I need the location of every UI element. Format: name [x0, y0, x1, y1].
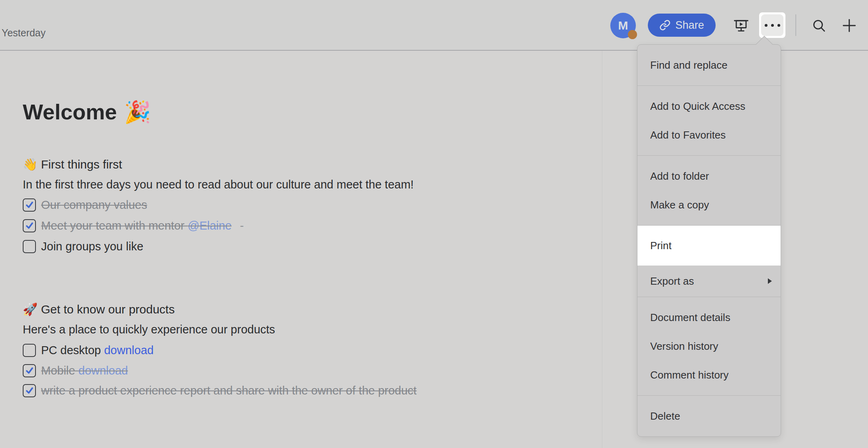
- menu-item-version-history[interactable]: Version history: [637, 332, 781, 361]
- menu-group: Find and replace: [637, 45, 781, 85]
- todo-label: PC desktop download: [41, 344, 154, 357]
- presentation-play-icon: [733, 18, 749, 34]
- checkmark-icon: [25, 386, 34, 395]
- share-button[interactable]: Share: [648, 14, 716, 37]
- checkmark-icon: [25, 366, 34, 375]
- search-button[interactable]: [811, 18, 827, 33]
- plus-icon: [842, 18, 857, 33]
- menu-group: Add to folder Make a copy: [637, 155, 781, 225]
- doc-title: Welcome 🎉: [23, 97, 151, 127]
- menu-item-comment-history[interactable]: Comment history: [637, 361, 781, 389]
- party-popper-emoji: 🎉: [124, 97, 151, 127]
- menu-item-export-as[interactable]: Export as: [637, 266, 781, 297]
- menu-item-make-a-copy[interactable]: Make a copy: [637, 190, 781, 219]
- todo-item: Join groups you like: [23, 238, 143, 255]
- rocket-emoji: 🚀: [23, 303, 37, 316]
- checkbox-checked[interactable]: [23, 364, 36, 377]
- more-options-menu: Find and replace Add to Quick Access Add…: [637, 44, 781, 437]
- app-window: Yesterday M Share: [0, 0, 868, 448]
- checkmark-icon: [25, 221, 34, 230]
- checkmark-icon: [25, 200, 34, 210]
- todo-item: Meet your team with mentor @Elaine -: [23, 217, 244, 234]
- todo-label: Mobile download: [41, 364, 128, 377]
- trailing-dash: -: [240, 219, 244, 232]
- section-paragraph-1: In the first three days you need to read…: [23, 176, 414, 192]
- status-dot: [628, 30, 637, 39]
- menu-item-find-and-replace[interactable]: Find and replace: [637, 51, 781, 79]
- menu-item-delete[interactable]: Delete: [637, 402, 781, 430]
- waving-hand-emoji: 👋: [23, 158, 37, 171]
- menu-item-document-details[interactable]: Document details: [637, 303, 781, 332]
- menu-item-add-to-folder[interactable]: Add to folder: [637, 162, 781, 190]
- section-heading-1: 👋 First things first: [23, 157, 122, 172]
- checkbox-checked[interactable]: [23, 219, 36, 232]
- menu-item-print[interactable]: Print: [637, 226, 781, 266]
- todo-label: Join groups you like: [41, 240, 143, 253]
- avatar[interactable]: M: [610, 13, 636, 38]
- last-edited-label: Yesterday: [2, 27, 45, 39]
- checkbox-checked[interactable]: [23, 384, 36, 397]
- todo-label: Our company values: [41, 198, 147, 212]
- ellipsis-icon: [761, 14, 783, 36]
- download-link[interactable]: download: [104, 344, 154, 357]
- menu-group: Delete: [637, 395, 781, 436]
- share-button-label: Share: [675, 19, 704, 32]
- todo-label: write a product experience report and sh…: [41, 384, 416, 397]
- link-icon: [659, 20, 671, 31]
- more-menu-button[interactable]: [759, 12, 785, 38]
- checkbox-checked[interactable]: [23, 198, 36, 212]
- top-bar: Yesterday M Share: [0, 0, 868, 51]
- page-right-edge: [602, 51, 602, 448]
- avatar-initial: M: [618, 19, 628, 32]
- section-heading-2: 🚀 Get to know our products: [23, 301, 175, 317]
- checkbox-unchecked[interactable]: [23, 240, 36, 253]
- create-new-button[interactable]: [842, 18, 857, 33]
- todo-item: Mobile download: [23, 362, 128, 379]
- mention-link[interactable]: @Elaine: [187, 219, 231, 232]
- todo-item: Our company values: [23, 196, 147, 214]
- menu-group: Print Export as: [637, 225, 781, 297]
- present-button[interactable]: [733, 18, 749, 34]
- download-link[interactable]: download: [79, 364, 128, 377]
- menu-item-add-to-quick-access[interactable]: Add to Quick Access: [637, 92, 781, 121]
- todo-label: Meet your team with mentor @Elaine: [41, 219, 232, 232]
- menu-item-add-to-favorites[interactable]: Add to Favorites: [637, 121, 781, 149]
- todo-item: PC desktop download: [23, 341, 154, 359]
- toolbar-divider: [795, 14, 796, 36]
- todo-item: write a product experience report and sh…: [23, 382, 416, 399]
- checkbox-unchecked[interactable]: [23, 344, 36, 357]
- search-icon: [811, 18, 827, 33]
- doc-title-text: Welcome: [23, 97, 117, 127]
- menu-group: Document details Version history Comment…: [637, 297, 781, 395]
- section-paragraph-2: Here's a place to quickly experience our…: [23, 321, 275, 337]
- menu-group: Add to Quick Access Add to Favorites: [637, 85, 781, 155]
- submenu-arrow-icon: [768, 278, 772, 284]
